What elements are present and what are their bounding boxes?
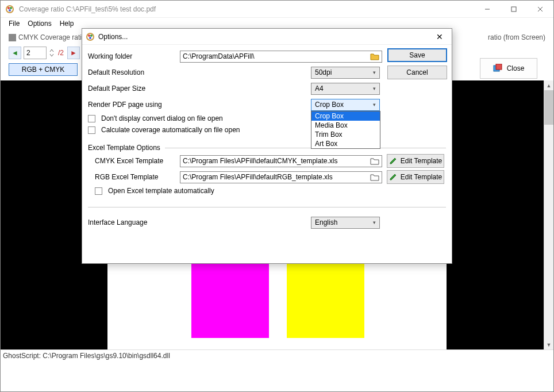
- cancel-button[interactable]: Cancel: [387, 66, 447, 79]
- language-select[interactable]: English▾: [311, 217, 380, 229]
- rgb-template-label: RGB Excel Template: [95, 173, 180, 181]
- working-folder-label: Working folder: [88, 52, 180, 60]
- calc-auto-label: Calculate coverage automatically on file…: [101, 126, 240, 134]
- scroll-down-icon[interactable]: ▼: [544, 340, 553, 349]
- pencil-icon: [389, 157, 397, 165]
- title-bar: Coverage ratio C:\APFil_test\5% test doc…: [1, 1, 553, 18]
- dialog-title-bar: Options... ✕: [82, 29, 452, 45]
- dialog-title: Options...: [98, 33, 128, 41]
- cmyk-template-label: CMYK Excel Template: [95, 157, 180, 165]
- dialog-close-button[interactable]: ✕: [431, 32, 448, 41]
- vertical-scrollbar[interactable]: ▲ ▼: [544, 80, 553, 349]
- svg-point-1: [7, 7, 10, 9]
- open-excel-checkbox[interactable]: [95, 187, 102, 195]
- page-spinner[interactable]: [49, 47, 55, 59]
- cmyk-coverage-checkbox[interactable]: CMYK Coverage ratio: [9, 33, 86, 41]
- scroll-thumb[interactable]: [544, 90, 553, 125]
- sample-magenta: [191, 259, 269, 338]
- maximize-button[interactable]: [501, 1, 527, 18]
- resolution-select[interactable]: 50dpi▾: [311, 67, 380, 79]
- window-title: Coverage ratio C:\APFil_test\5% test doc…: [19, 5, 474, 13]
- default-resolution-label: Default Resolution: [88, 68, 180, 76]
- chevron-down-icon: ▾: [373, 102, 376, 107]
- svg-point-2: [10, 7, 12, 9]
- chevron-down-icon: ▾: [373, 86, 376, 91]
- folder-icon[interactable]: [370, 52, 379, 60]
- close-button-label: Close: [507, 64, 525, 72]
- dropdown-option-crop-box[interactable]: Crop Box: [311, 112, 380, 121]
- interface-language-label: Interface Language: [88, 218, 180, 226]
- close-button[interactable]: Close: [480, 58, 537, 79]
- pencil-icon: [389, 173, 397, 181]
- page-number-input[interactable]: [24, 47, 47, 59]
- cmyk-coverage-label: CMYK Coverage ratio: [18, 33, 86, 41]
- main-window: Coverage ratio C:\APFil_test\5% test doc…: [0, 0, 554, 392]
- minimize-button[interactable]: [474, 1, 501, 18]
- menu-options[interactable]: Options: [28, 20, 51, 28]
- page-total: /2: [58, 49, 64, 57]
- render-box-dropdown[interactable]: Crop Box Media Box Trim Box Art Box: [311, 111, 380, 149]
- dropdown-option-art-box[interactable]: Art Box: [311, 139, 380, 148]
- edit-rgb-template-button[interactable]: Edit Template: [387, 170, 444, 184]
- browse-icon[interactable]: [370, 157, 379, 165]
- chevron-down-icon: ▾: [373, 70, 376, 75]
- prev-page-button[interactable]: ◄: [9, 47, 21, 59]
- open-excel-label: Open Excel template automatically: [108, 187, 214, 195]
- next-page-button[interactable]: ►: [67, 47, 80, 59]
- separator: [88, 207, 446, 207]
- scroll-up-icon[interactable]: ▲: [544, 80, 553, 90]
- svg-point-14: [89, 37, 91, 39]
- chevron-down-icon: ▾: [373, 220, 376, 225]
- dont-display-label: Don't display convert dialog on file ope…: [101, 114, 223, 122]
- save-button[interactable]: Save: [387, 48, 447, 62]
- svg-point-13: [90, 34, 93, 37]
- status-text: GhostScript: C:\Program Files\gs\gs9.10\…: [3, 352, 170, 360]
- close-icon: [493, 64, 502, 73]
- cmyk-template-input[interactable]: C:\Program Files\APFill\defaultCMYK_temp…: [180, 155, 382, 167]
- render-pdf-label: Render PDF page using: [88, 101, 180, 109]
- options-dialog: Options... ✕ Save Cancel Working folder …: [82, 28, 452, 264]
- menu-help[interactable]: Help: [60, 20, 74, 28]
- menu-bar: File Options Help: [1, 18, 553, 29]
- app-icon: [86, 32, 95, 41]
- svg-rect-5: [511, 7, 516, 11]
- sample-yellow: [287, 259, 364, 338]
- dropdown-option-trim-box[interactable]: Trim Box: [311, 130, 380, 139]
- svg-point-3: [9, 9, 11, 11]
- working-folder-input[interactable]: C:\ProgramData\APFill\: [180, 51, 382, 63]
- dont-display-checkbox[interactable]: [88, 115, 95, 122]
- default-paper-label: Default Paper Size: [88, 84, 180, 93]
- menu-file[interactable]: File: [9, 20, 20, 28]
- paper-size-select[interactable]: A4▾: [311, 83, 380, 95]
- svg-point-12: [88, 34, 90, 37]
- edit-cmyk-template-button[interactable]: Edit Template: [387, 154, 444, 168]
- rgb-template-input[interactable]: C:\Program Files\APFill\defaultRGB_templ…: [180, 171, 382, 183]
- close-window-button[interactable]: [527, 1, 553, 18]
- screen-ratio-label: ratio (from Screen): [488, 33, 545, 41]
- dropdown-option-media-box[interactable]: Media Box: [311, 121, 380, 130]
- rgb-cmyk-button[interactable]: RGB + CMYK: [9, 63, 78, 76]
- browse-icon[interactable]: [370, 173, 379, 181]
- status-bar: GhostScript: C:\Program Files\gs\gs9.10\…: [1, 349, 553, 361]
- calc-auto-checkbox[interactable]: [88, 126, 95, 134]
- app-icon: [5, 5, 14, 14]
- render-box-select[interactable]: Crop Box▾: [311, 99, 380, 111]
- svg-rect-9: [496, 64, 502, 70]
- excel-group-label: Excel Template Options: [88, 144, 160, 152]
